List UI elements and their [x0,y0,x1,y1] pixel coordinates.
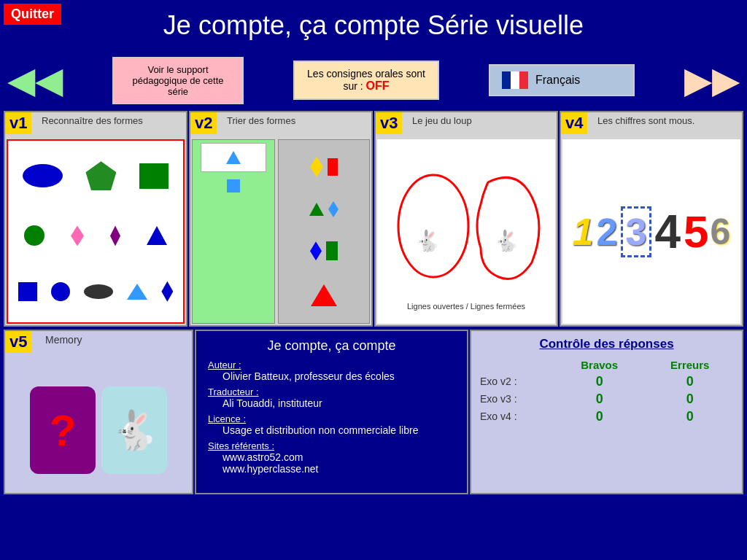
v2-shape-sq [227,179,240,192]
shape-diamond-blue [161,281,173,302]
licence-label: Licence : [208,413,455,424]
digit-5: 5 [684,206,707,257]
controle-row-1: Exo v3 : 0 0 [477,390,736,408]
v2-rect-g [326,241,338,260]
v2-tri-r [311,284,337,306]
v5-label: v5 [5,331,31,353]
v3-content: 🐇 🐇 Lignes ouvertes / Lignes fermées [377,139,555,324]
v2-diamond-b [328,201,338,217]
score-bravos-0: 0 [555,373,644,390]
site2: www.hyperclasse.net [222,463,455,475]
info-box: Je compte, ça compte Auteur : Olivier Ba… [195,330,468,494]
traducteur-label: Traducteur : [208,386,455,397]
controle-tbody: Exo v2 : 0 0 Exo v3 : 0 0 Exo v4 : 0 0 [477,373,736,425]
score-erreurs-1: 0 [644,390,736,408]
col-bravos: Bravos [555,357,644,373]
controle-row-0: Exo v2 : 0 0 [477,373,736,390]
shape-triangle-blue [147,226,167,245]
digit-1: 1 [573,210,594,254]
controle-box: Contrôle des réponses Bravos Erreurs Exo… [470,330,743,494]
v2-diamond-b2 [310,241,322,260]
prev-arrow[interactable]: ◀◀ [7,59,63,101]
question-mark-icon: ? [50,405,77,456]
v3-title: Le jeu du loup [412,115,472,126]
score-erreurs-0: 0 [644,373,736,390]
v4-content: 1 2 3 4 5 6 [562,139,740,324]
shape-circle-green [24,225,44,246]
v4-label: v4 [561,112,587,134]
support-button[interactable]: Voir le support pédagogique de cette sér… [112,57,244,104]
auteur-label: Auteur : [208,359,455,370]
v1-label: v1 [5,112,31,134]
info-title: Je compte, ça compte [208,338,455,354]
consignes-box: Les consignes orales sont sur : OFF [293,61,439,100]
shape-ellipse-blue [23,164,63,187]
v2-content [192,139,370,324]
shape-diamond-purple [110,225,120,246]
rabbit-left: 🐇 [415,229,441,253]
langue-label: Français [535,74,580,87]
shape-circle-blue [51,282,70,301]
v2-shape-tri [226,151,241,164]
exo-label-1: Exo v3 : [477,390,555,408]
shape-square-blue [18,282,37,301]
controle-row-2: Exo v4 : 0 0 [477,408,736,425]
v2-left-panel [192,139,275,324]
rabbit-icon: 🐇 [111,408,158,453]
shape-triangle-blue2 [127,284,147,300]
auteur-value: Olivier Batteux, professeur des écoles [222,370,455,382]
memory-card-question: ? [30,386,96,474]
v2-tri-g [309,203,324,216]
memory-card-rabbit: 🐇 [101,386,167,474]
score-erreurs-2: 0 [644,408,736,425]
langue-selector[interactable]: Français [489,64,635,96]
v2-diamond-y [310,157,323,177]
controle-title: Contrôle des réponses [477,337,736,351]
v2-rect-red [328,158,338,176]
bottom-row: v5 Memory ? 🐇 Je compte, ça compte Auteu… [0,328,747,496]
flag-icon [502,71,528,89]
navbar: ◀◀ Voir le support pédagogique de cette … [0,51,747,109]
controle-table: Bravos Erreurs Exo v2 : 0 0 Exo v3 : 0 0… [477,357,736,425]
exercise-v2[interactable]: v2 Trier des formes [189,111,373,327]
site1: www.astro52.com [222,451,455,463]
traducteur-value: Ali Touaddi, instituteur [222,397,455,409]
sites-label: Sites référents : [208,440,455,451]
v1-title: Reconnaître des formes [42,115,143,126]
score-bravos-1: 0 [555,390,644,408]
shape-ellipse-dark [84,284,113,299]
v2-title: Trier des formes [227,115,295,126]
v2-right-panel [278,139,370,324]
exo-label-2: Exo v4 : [477,408,555,425]
v3-caption: Lignes ouvertes / Lignes fermées [407,302,525,311]
licence-value: Usage et distribution non commerciale li… [222,424,455,436]
svg-point-0 [398,175,468,277]
rabbit-right: 🐇 [494,229,519,253]
next-arrow[interactable]: ▶▶ [684,59,740,101]
shape-diamond-pink [71,225,84,246]
v3-svg: 🐇 🐇 [386,153,546,299]
exercise-v4[interactable]: v4 Les chiffres sont mous. 1 2 3 4 5 6 [560,111,743,327]
v2-label: v2 [190,112,217,134]
v5-title: Memory [45,334,82,346]
col-erreurs: Erreurs [644,357,736,373]
digit-6: 6 [711,211,731,253]
digit-3: 3 [621,206,652,257]
consignes-status: OFF [366,79,390,92]
digit-4: 4 [654,205,681,259]
v4-title: Les chiffres sont mous. [597,115,694,126]
exercise-v3[interactable]: v3 Le jeu du loup 🐇 🐇 Lignes ouvertes / … [374,111,558,327]
digit-2: 2 [597,210,618,254]
shape-pentagon-green [85,161,116,190]
v1-content [7,139,185,324]
main-grid: v1 Reconnaître des formes [0,109,747,328]
v3-label: v3 [376,112,402,134]
page-title: Je compte, ça compte Série visuelle [0,10,747,41]
score-bravos-2: 0 [555,408,644,425]
shape-rect-green [139,163,169,189]
exo-label-0: Exo v2 : [477,373,555,390]
exercise-v5[interactable]: v5 Memory ? 🐇 [4,330,193,494]
header: Je compte, ça compte Série visuelle [0,0,747,51]
v5-content: ? 🐇 [5,368,192,493]
exercise-v1[interactable]: v1 Reconnaître des formes [4,111,187,327]
